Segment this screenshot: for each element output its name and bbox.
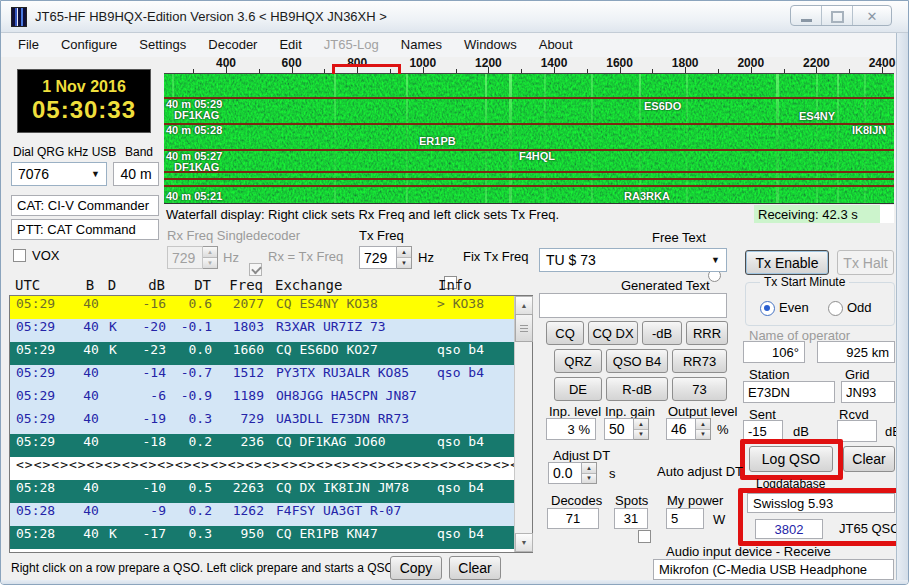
seventy-three-button[interactable]: 73 (672, 377, 727, 401)
waterfall-label: ES6DO (644, 100, 681, 112)
cell-exchange: OH8JGG HA5CPN JN87 (264, 388, 437, 411)
cell-db: -6 (122, 388, 166, 411)
inp-gain-label: Inp. gain (605, 404, 655, 419)
decode-list-scrollbar[interactable]: ▲ ▼ (514, 296, 532, 552)
spin-up-icon[interactable]: ▲ (634, 419, 648, 430)
spin-down-icon[interactable]: ▼ (397, 258, 411, 268)
scroll-up-button[interactable]: ▲ (515, 296, 533, 315)
fix-tx-freq-label: Fix Tx Freq (463, 249, 529, 264)
minus-db-button[interactable]: -dB (642, 321, 682, 345)
cell-d (104, 411, 122, 434)
r-db-button[interactable]: R-dB (606, 377, 668, 401)
tx-enable-button[interactable]: Tx Enable (745, 250, 829, 275)
copy-button[interactable]: Copy (390, 556, 442, 580)
cell-d: K (104, 526, 122, 549)
decode-row[interactable]: 05:2940K-230.01660CQ ES6DO KO27qso b4 (10, 342, 515, 365)
decode-row[interactable]: 05:2940-190.3729UA3DLL E73DN RR73 (10, 411, 515, 434)
menu-about[interactable]: About (528, 33, 584, 57)
cell-freq: 950 (212, 526, 264, 549)
rx-freq-label: Rx Freq Singledecoder (167, 228, 300, 243)
spin-down-icon[interactable]: ▼ (696, 430, 710, 440)
bearing-value: 106° (743, 341, 805, 363)
adjust-dt-value[interactable]: 0.0 (548, 462, 582, 484)
cell-utc: 05:29 (16, 319, 78, 342)
menu-decoder[interactable]: Decoder (197, 33, 268, 57)
sent-input[interactable] (743, 420, 783, 442)
decode-row[interactable]: 05:2940-180.2236CQ DF1KAG JO60qso b4 (10, 434, 515, 457)
cell-utc: 05:29 (16, 296, 78, 319)
rr73-button[interactable]: RR73 (672, 349, 727, 373)
qso-b4-button[interactable]: QSO B4 (606, 349, 668, 373)
cell-freq: 1189 (212, 388, 264, 411)
cell-exchange: CQ ES6DO KO27 (264, 342, 437, 365)
cell-info (437, 503, 515, 526)
cq-dx-button[interactable]: CQ DX (588, 321, 638, 345)
generated-text-label: Generated Text (621, 278, 710, 293)
clear-log-button[interactable]: Clear (843, 446, 895, 472)
decode-row[interactable]: 05:2940-6-0.91189OH8JGG HA5CPN JN87 (10, 388, 515, 411)
decode-row[interactable]: 05:2940K-20-0.11803R3XAR UR7IZ 73 (10, 319, 515, 342)
auto-adjust-dt-checkbox[interactable] (638, 530, 651, 543)
period-divider-line (164, 97, 894, 99)
logdatabase-name: Swisslog 5.93 (747, 493, 895, 513)
frequency-ruler[interactable]: 4006008001000120014001600180020002200240… (164, 57, 894, 74)
menu-settings[interactable]: Settings (128, 33, 197, 57)
minimize-button[interactable] (791, 6, 822, 26)
decode-row[interactable]: 05:2940-160.62077CQ ES4NY KO38> KO38 (10, 296, 515, 319)
rcvd-input[interactable] (837, 420, 877, 442)
menu-edit[interactable]: Edit (268, 33, 312, 57)
maximize-button[interactable] (822, 6, 853, 26)
tx-freq-value[interactable]: 729 (359, 246, 397, 269)
maximize-icon (831, 11, 844, 23)
cell-utc: 05:29 (16, 388, 78, 411)
scrollbar-thumb[interactable] (515, 314, 533, 342)
inp-gain-value[interactable]: 50 (604, 418, 634, 440)
ruler-tick (587, 69, 588, 73)
menu-file[interactable]: File (7, 33, 50, 57)
menu-configure[interactable]: Configure (50, 33, 128, 57)
decode-row[interactable]: 05:2940-14-0.71512PY3TX RU3ALR KO85qso b… (10, 365, 515, 388)
scroll-down-button[interactable]: ▼ (515, 533, 533, 552)
station-label: Station (749, 367, 789, 382)
ruler-tick (456, 69, 457, 73)
rrr-button[interactable]: RRR (686, 321, 728, 345)
spin-down-icon[interactable]: ▼ (582, 474, 596, 484)
spin-up-icon[interactable]: ▲ (582, 463, 596, 474)
log-qso-button[interactable]: Log QSO (749, 446, 833, 472)
cq-button[interactable]: CQ (546, 321, 584, 345)
qrz-button[interactable]: QRZ (554, 349, 602, 373)
menu-names[interactable]: Names (390, 33, 453, 57)
odd-radio[interactable] (828, 301, 843, 316)
tx-freq-stepper[interactable]: ▲▼ (397, 246, 412, 269)
cell-d (104, 388, 122, 411)
tx-freq-label: Tx Freq (359, 228, 404, 243)
even-radio[interactable] (760, 301, 775, 316)
vox-checkbox[interactable] (13, 249, 26, 262)
period-divider-line (164, 178, 894, 180)
dial-qrg-select[interactable]: 7076 ▼ (11, 162, 107, 186)
decode-row[interactable]: 05:2840-90.21262F4FSY UA3GT R-07 (10, 503, 515, 526)
adjust-dt-stepper[interactable]: ▲▼ (582, 462, 597, 484)
output-level-label: Output level (668, 404, 737, 419)
waterfall-display[interactable]: 40 m 05:29DF1KAGES6DOES4NY40 m 05:28IK8I… (164, 74, 894, 204)
chevron-down-icon: ▼ (711, 255, 720, 265)
station-input[interactable] (743, 381, 835, 403)
grid-input[interactable] (841, 381, 895, 403)
de-button[interactable]: DE (554, 377, 602, 401)
menu-windows[interactable]: Windows (453, 33, 528, 57)
clear-table-button[interactable]: Clear (449, 556, 501, 580)
spin-up-icon[interactable]: ▲ (696, 419, 710, 430)
my-power-input[interactable] (666, 508, 704, 529)
decode-row[interactable]: 05:2840K-170.3950CQ ER1PB KN47qso b4 (10, 526, 515, 549)
output-level-value[interactable]: 46 (666, 418, 696, 440)
cell-info (437, 319, 515, 342)
output-level-stepper[interactable]: ▲▼ (696, 418, 711, 440)
decode-row[interactable]: 05:2840-100.52263CQ DX IK8IJN JM78qso b4 (10, 480, 515, 503)
ruler-tick (849, 69, 850, 73)
inp-gain-stepper[interactable]: ▲▼ (634, 418, 649, 440)
spin-up-icon[interactable]: ▲ (397, 247, 411, 258)
spin-down-icon[interactable]: ▼ (634, 430, 648, 440)
free-text-select[interactable]: TU $ 73 ▼ (539, 248, 727, 272)
close-button[interactable]: ✕ (853, 6, 891, 26)
generated-text-input[interactable] (539, 293, 727, 318)
